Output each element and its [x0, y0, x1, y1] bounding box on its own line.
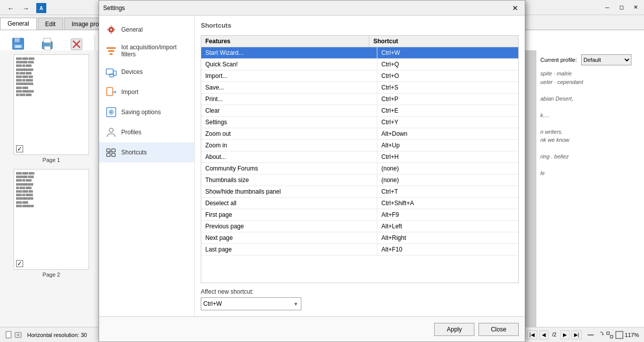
shortcut-row-17[interactable]: Last pageAlt+F10: [201, 244, 518, 255]
close-button[interactable]: ✕: [629, 2, 642, 13]
shortcut-feature-16: Next page: [201, 232, 377, 243]
current-profile-select[interactable]: Default: [581, 54, 631, 65]
affect-shortcut-select[interactable]: Ctrl+W: [201, 297, 301, 310]
thumbnail-panel: ████ ████ ████ ████████ ████ ████ ██ ███…: [0, 50, 103, 327]
shortcut-key-3: Ctrl+S: [377, 82, 518, 93]
titlebar-controls: ─ ◻ ✕: [601, 2, 642, 13]
thumbnail-img-1: ████ ████ ████ ████████ ████ ████ ██ ███…: [14, 54, 89, 155]
shortcut-row-9[interactable]: About...Ctrl+H: [201, 151, 518, 163]
sidebar-item-general[interactable]: General: [99, 20, 194, 40]
shortcut-key-14: Alt+F9: [377, 209, 518, 220]
nav-next-btn[interactable]: ▶: [560, 330, 570, 339]
shortcut-row-12[interactable]: Show/hide thumbnails panelCtrl+T: [201, 186, 518, 198]
page-label-1: Page 1: [43, 157, 60, 163]
tab-general[interactable]: General: [0, 18, 37, 30]
shortcut-feature-17: Last page: [201, 244, 377, 255]
sidebar-saving-label: Saving options: [121, 109, 161, 116]
thumbnail-page1[interactable]: ████ ████ ████ ████████ ████ ████ ██ ███…: [0, 50, 103, 165]
svg-marker-25: [602, 333, 603, 335]
shortcut-row-15[interactable]: Previous pageAlt+Left: [201, 221, 518, 232]
sidebar-item-profiles[interactable]: Profiles: [99, 122, 194, 142]
svg-rect-26: [607, 332, 609, 334]
sidebar-profiles-label: Profiles: [121, 129, 141, 136]
modal-titlebar: Settings ✕: [99, 1, 525, 16]
shortcut-feature-0: Start Wizard...: [201, 47, 377, 58]
shortcut-row-0[interactable]: Start Wizard...Ctrl+W: [201, 47, 518, 59]
shortcut-feature-15: Previous page: [201, 221, 377, 232]
shortcuts-table-header: Features Shortcut: [201, 36, 518, 47]
shortcut-key-2: Ctrl+O: [377, 70, 518, 81]
import2-icon: [105, 86, 117, 98]
svg-marker-39: [115, 91, 116, 94]
svg-point-42: [110, 111, 112, 113]
svg-rect-28: [616, 331, 623, 338]
shortcut-row-2[interactable]: Import...Ctrl+O: [201, 70, 518, 82]
shortcut-row-6[interactable]: SettingsCtrl+Y: [201, 117, 518, 128]
shortcut-key-12: Ctrl+T: [377, 186, 518, 197]
sidebar-item-import[interactable]: Import: [99, 82, 194, 102]
thumbnail-checkbox-2[interactable]: ✓: [16, 260, 23, 267]
shortcut-row-16[interactable]: Next pageAlt+Right: [201, 232, 518, 244]
zoom-controls: 117%: [587, 331, 639, 339]
zoom-icon: [587, 331, 595, 339]
shortcut-key-16: Alt+Right: [377, 232, 518, 243]
svg-point-23: [17, 334, 19, 336]
shortcut-feature-2: Import...: [201, 70, 377, 81]
svg-rect-6: [44, 46, 50, 50]
modal-title: Settings: [103, 5, 125, 12]
nav-first-btn[interactable]: |◀: [527, 330, 537, 339]
forward-button[interactable]: →: [19, 3, 32, 14]
apply-button[interactable]: Apply: [434, 323, 474, 336]
shortcut-key-1: Ctrl+Q: [377, 59, 518, 70]
shortcut-row-3[interactable]: Save...Ctrl+S: [201, 82, 518, 94]
zoom-level: 117%: [625, 332, 639, 338]
modal-body: General Iot acquisition/import filters: [99, 16, 525, 316]
sidebar-shortcuts-label: Shortcuts: [121, 149, 147, 156]
shortcut-row-7[interactable]: Zoom outAlt+Down: [201, 128, 518, 140]
status-page-icon: [5, 331, 22, 339]
shortcuts-table: Features Shortcut Start Wizard...Ctrl+WQ…: [201, 35, 519, 283]
nav-last-btn[interactable]: ▶|: [572, 330, 582, 339]
app-logo: A: [36, 3, 46, 13]
sidebar-iot-label: Iot acquisition/import filters: [121, 44, 188, 58]
saving-icon: [105, 106, 117, 118]
shortcut-row-14[interactable]: First pageAlt+F9: [201, 209, 518, 221]
sidebar-item-devices[interactable]: Devices: [99, 62, 194, 82]
shortcut-key-4: Ctrl+P: [377, 94, 518, 105]
shortcut-row-5[interactable]: ClearCtrl+E: [201, 105, 518, 117]
sidebar-item-saving[interactable]: Saving options: [99, 102, 194, 122]
shortcut-feature-4: Print...: [201, 94, 377, 105]
close-dialog-button[interactable]: Close: [478, 323, 519, 336]
shortcut-row-4[interactable]: Print...Ctrl+P: [201, 94, 518, 105]
affect-select-wrapper: Ctrl+W: [201, 297, 301, 310]
shortcut-feature-11: Thumbnails size: [201, 175, 377, 186]
shortcut-row-8[interactable]: Zoom inAlt+Up: [201, 140, 518, 151]
shortcut-key-15: Alt+Left: [377, 221, 518, 232]
thumbnail-checkbox-1[interactable]: ✓: [16, 145, 23, 152]
thumbnail-page2[interactable]: ████ ████ ████ ████████ ████ ████ ██ ███…: [0, 165, 103, 280]
back-button[interactable]: ←: [4, 3, 17, 14]
shortcut-row-11[interactable]: Thumbnails size(none): [201, 175, 518, 186]
header-shortcut: Shortcut: [369, 36, 510, 47]
shortcut-row-13[interactable]: Deselect allCtrl+Shift+A: [201, 198, 518, 209]
shortcuts-content: Shortcuts Features Shortcut Start Wizard…: [195, 16, 525, 316]
minimize-button[interactable]: ─: [601, 2, 614, 13]
sidebar-item-iot[interactable]: Iot acquisition/import filters: [99, 40, 194, 62]
affect-label: Affect new shortcut:: [201, 288, 519, 295]
shortcut-row-10[interactable]: Community Forums(none): [201, 163, 518, 175]
shortcut-feature-12: Show/hide thumbnails panel: [201, 186, 377, 197]
shortcut-key-7: Alt+Down: [377, 128, 518, 139]
shortcut-key-11: (none): [377, 175, 518, 186]
nav-prev-btn[interactable]: ◀: [539, 330, 548, 339]
shortcut-row-1[interactable]: Quick Scan!Ctrl+Q: [201, 59, 518, 70]
restore-button[interactable]: ◻: [615, 2, 628, 13]
modal-close-button[interactable]: ✕: [510, 3, 521, 14]
current-profile-label: Current profile:: [540, 57, 577, 63]
shortcut-feature-1: Quick Scan!: [201, 59, 377, 70]
shortcut-key-17: Alt+F10: [377, 244, 518, 255]
sidebar-item-shortcuts[interactable]: Ctrl Shortcuts: [99, 142, 194, 162]
shortcut-feature-8: Zoom in: [201, 140, 377, 151]
shortcuts-scroll-area[interactable]: Start Wizard...Ctrl+WQuick Scan!Ctrl+QIm…: [201, 47, 518, 283]
devices-icon: [105, 66, 117, 78]
tab-edit[interactable]: Edit: [38, 18, 63, 30]
